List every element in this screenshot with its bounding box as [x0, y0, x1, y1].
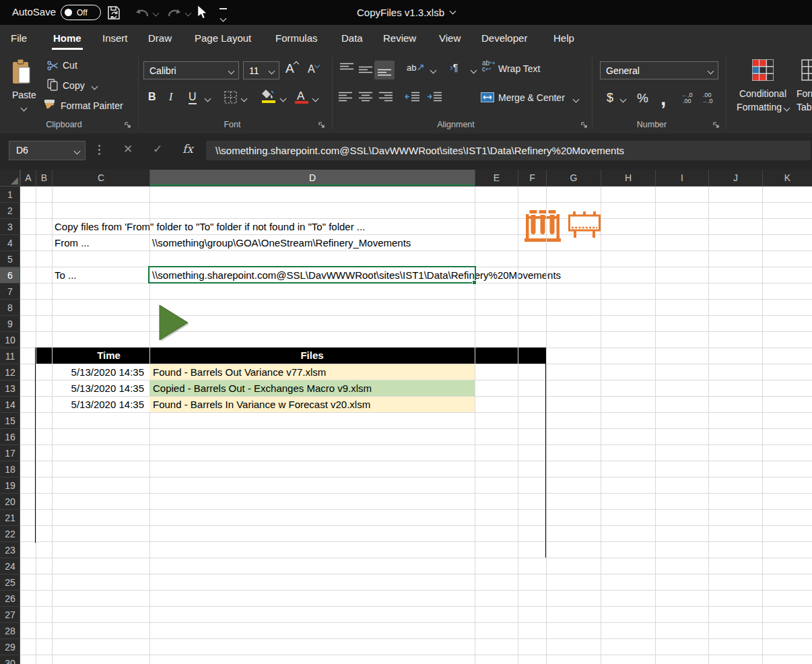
- column-header-F[interactable]: F: [518, 170, 546, 187]
- row-header-22[interactable]: 22: [0, 526, 20, 542]
- tab-review[interactable]: Review: [383, 25, 416, 52]
- row-header-5[interactable]: 5: [0, 251, 20, 267]
- row-header-23[interactable]: 23: [0, 542, 20, 558]
- row-header-4[interactable]: 4: [0, 235, 20, 251]
- increase-decimal-icon[interactable]: ←.0 .00: [681, 92, 693, 104]
- format-as-table-button[interactable]: Format as Table: [797, 88, 812, 112]
- row-header-17[interactable]: 17: [0, 445, 20, 461]
- paste-dropdown-icon[interactable]: [21, 105, 28, 112]
- tab-data[interactable]: Data: [341, 25, 363, 52]
- decrease-indent-icon[interactable]: [405, 92, 420, 103]
- column-header-C[interactable]: C: [52, 170, 149, 187]
- row-header-11[interactable]: 11: [0, 348, 20, 364]
- fill-color-dropdown-icon[interactable]: [280, 96, 287, 102]
- conditional-formatting-button[interactable]: Conditional Formatting: [736, 88, 790, 112]
- align-left-icon[interactable]: [339, 92, 353, 103]
- format-painter-button[interactable]: Format Painter: [61, 100, 123, 111]
- paragraph-direction-icon[interactable]: ¶: [453, 62, 459, 73]
- name-box[interactable]: D6: [9, 141, 86, 160]
- middle-align-icon[interactable]: [359, 64, 373, 75]
- increase-indent-icon[interactable]: [427, 92, 442, 103]
- borders-icon[interactable]: [224, 91, 237, 104]
- row-header-12[interactable]: 12: [0, 364, 20, 380]
- row-header-18[interactable]: 18: [0, 461, 20, 477]
- copy-dropdown-icon[interactable]: [92, 84, 98, 90]
- tab-insert[interactable]: Insert: [102, 25, 128, 52]
- enter-icon[interactable]: ✓: [153, 142, 162, 156]
- tab-help[interactable]: Help: [553, 25, 574, 52]
- row-header-21[interactable]: 21: [0, 510, 20, 526]
- number-format-select[interactable]: General: [600, 61, 718, 79]
- column-header-B[interactable]: B: [36, 170, 52, 187]
- formula-input[interactable]: \\something.sharepoint.com@SSL\DavWWWRoo…: [206, 141, 811, 160]
- row-header-2[interactable]: 2: [0, 203, 20, 219]
- fill-color-icon[interactable]: [262, 90, 275, 99]
- tab-developer[interactable]: Developer: [481, 25, 527, 52]
- merge-center-button[interactable]: Merge & Center: [498, 92, 565, 103]
- tab-home[interactable]: Home: [53, 25, 81, 52]
- sheet-cells-area[interactable]: [20, 187, 812, 664]
- column-header-G[interactable]: G: [546, 170, 601, 187]
- row-header-29[interactable]: 29: [0, 639, 20, 655]
- bottom-align-icon[interactable]: [378, 65, 392, 77]
- tab-formulas[interactable]: Formulas: [275, 25, 318, 52]
- comma-style-button[interactable]: ,: [661, 87, 666, 110]
- wrap-text-button[interactable]: Wrap Text: [498, 63, 541, 74]
- decrease-font-icon[interactable]: A: [308, 63, 319, 75]
- align-center-icon[interactable]: [359, 92, 373, 103]
- top-align-icon[interactable]: [340, 63, 354, 74]
- cut-button[interactable]: Cut: [63, 60, 77, 71]
- tab-draw[interactable]: Draw: [148, 25, 172, 52]
- tab-file[interactable]: File: [11, 25, 27, 52]
- title-dropdown-icon[interactable]: [450, 8, 456, 15]
- column-header-H[interactable]: H: [601, 170, 655, 187]
- decrease-decimal-icon[interactable]: .00 →.0: [702, 92, 713, 104]
- paste-button[interactable]: Paste: [12, 90, 36, 100]
- column-header-D[interactable]: D: [149, 170, 475, 187]
- merge-center-dropdown-icon[interactable]: [573, 96, 580, 103]
- font-name-select[interactable]: Calibri: [143, 61, 239, 79]
- row-header-1[interactable]: 1: [0, 187, 20, 203]
- paragraph-dropdown-icon[interactable]: [471, 67, 477, 74]
- currency-dropdown-icon[interactable]: [620, 96, 627, 103]
- percent-style-button[interactable]: %: [637, 91, 648, 106]
- column-header-I[interactable]: I: [655, 170, 708, 187]
- tab-page-layout[interactable]: Page Layout: [195, 25, 251, 52]
- align-right-icon[interactable]: [379, 92, 393, 103]
- insert-function-icon[interactable]: fx: [182, 142, 193, 156]
- row-header-24[interactable]: 24: [0, 558, 20, 574]
- column-header-K[interactable]: K: [762, 170, 812, 187]
- row-header-19[interactable]: 19: [0, 477, 20, 494]
- select-all-corner[interactable]: [0, 170, 20, 187]
- formula-bar-options-icon[interactable]: [98, 145, 100, 147]
- increase-font-icon[interactable]: A: [285, 61, 298, 76]
- row-header-30[interactable]: 30: [0, 655, 20, 664]
- copy-button[interactable]: Copy: [63, 80, 85, 91]
- row-header-9[interactable]: 9: [0, 316, 20, 332]
- number-dialog-launcher-icon[interactable]: [712, 121, 720, 129]
- alignment-dialog-launcher-icon[interactable]: [580, 121, 588, 129]
- borders-dropdown-icon[interactable]: [241, 96, 248, 102]
- orientation-dropdown-icon[interactable]: [430, 67, 437, 74]
- italic-button[interactable]: I: [169, 91, 172, 103]
- column-header-A[interactable]: A: [20, 170, 36, 187]
- row-header-25[interactable]: 25: [0, 574, 20, 591]
- row-header-20[interactable]: 20: [0, 494, 20, 510]
- row-header-27[interactable]: 27: [0, 607, 20, 623]
- row-header-26[interactable]: 26: [0, 591, 20, 607]
- row-header-8[interactable]: 8: [0, 300, 20, 316]
- row-header-28[interactable]: 28: [0, 623, 20, 639]
- underline-dropdown-icon[interactable]: [205, 96, 211, 102]
- row-header-10[interactable]: 10: [0, 332, 20, 348]
- font-color-dropdown-icon[interactable]: [312, 96, 319, 102]
- row-header-6[interactable]: 6: [0, 267, 20, 284]
- currency-format-button[interactable]: $: [607, 91, 613, 105]
- underline-button[interactable]: U: [189, 91, 197, 104]
- clipboard-dialog-launcher-icon[interactable]: [124, 121, 131, 129]
- column-header-E[interactable]: E: [475, 170, 518, 187]
- orientation-icon[interactable]: ab↗: [407, 61, 425, 73]
- tab-view[interactable]: View: [439, 25, 461, 52]
- font-dialog-launcher-icon[interactable]: [318, 121, 325, 129]
- row-header-7[interactable]: 7: [0, 284, 20, 300]
- row-header-3[interactable]: 3: [0, 219, 20, 235]
